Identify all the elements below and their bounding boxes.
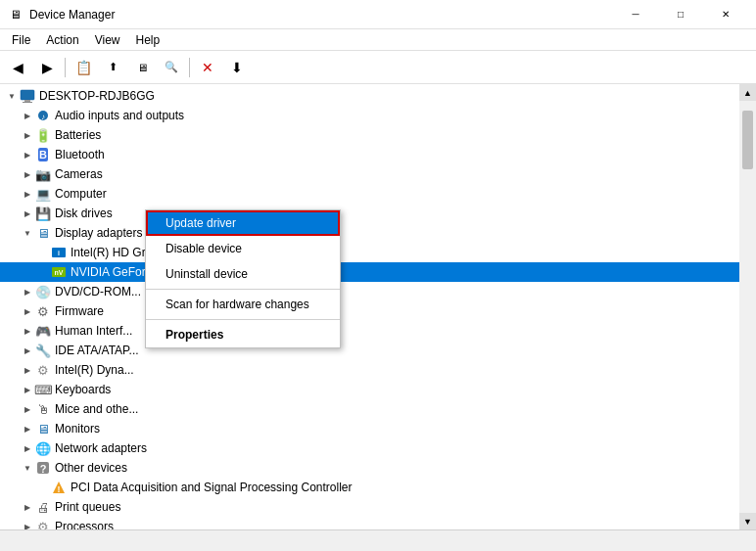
svg-rect-2 <box>23 102 32 103</box>
menu-item-view[interactable]: View <box>87 31 128 49</box>
menu-item-help[interactable]: Help <box>128 31 168 49</box>
tree-icon-batteries: 🔋 <box>35 127 51 143</box>
tree-label-otherdevices: Other devices <box>55 461 127 475</box>
tree-icon-dvd: 💿 <box>35 284 51 299</box>
tree-item-computer[interactable]: ▶💻Computer <box>0 184 739 204</box>
scroll-thumb[interactable] <box>742 111 753 169</box>
tree-item-pci[interactable]: !PCI Data Acquisition and Signal Process… <box>0 478 739 497</box>
close-button[interactable]: ✕ <box>703 0 748 29</box>
ctx-item-update-driver[interactable]: Update driver <box>146 210 340 236</box>
tree-item-firmware[interactable]: ▶⚙Firmware <box>0 301 739 321</box>
scroll-down-button[interactable]: ▼ <box>739 513 756 529</box>
ctx-item-uninstall-device[interactable]: Uninstall device <box>146 261 340 287</box>
svg-text:B: B <box>39 149 47 161</box>
tree-label-printq: Print queues <box>55 500 120 514</box>
tree-expander-cameras[interactable]: ▶ <box>20 166 35 182</box>
scroll-up-button[interactable]: ▲ <box>739 84 756 101</box>
tree-item-keyboards[interactable]: ▶⌨Keyboards <box>0 380 739 399</box>
tree-icon-computer: 💻 <box>35 186 51 202</box>
toolbar-separator-2 <box>189 58 190 77</box>
tree-icon-ide: 🔧 <box>35 343 51 358</box>
scan-button[interactable]: 🔍 <box>158 54 185 81</box>
tree-expander-network[interactable]: ▶ <box>20 440 35 456</box>
device-tree[interactable]: ▼DESKTOP-RDJB6GG▶♪Audio inputs and outpu… <box>0 84 739 529</box>
menu-bar: FileActionViewHelp <box>0 29 756 51</box>
tree-expander-pci <box>35 480 51 495</box>
tree-label-display: Display adapters <box>55 226 142 240</box>
uninstall-button[interactable]: ✕ <box>194 54 221 81</box>
svg-text:!: ! <box>58 484 61 494</box>
properties-button[interactable]: 📋 <box>70 54 97 81</box>
tree-expander-computer[interactable]: ▶ <box>20 186 35 202</box>
tree-item-display[interactable]: ▼🖥Display adapters <box>0 223 739 243</box>
tree-expander-inteldyn[interactable]: ▶ <box>20 362 35 378</box>
tree-expander-audio[interactable]: ▶ <box>20 108 35 123</box>
tree-item-monitors[interactable]: ▶🖥Monitors <box>0 419 739 438</box>
tree-item-dvd[interactable]: ▶💿DVD/CD-ROM... <box>0 282 739 301</box>
tree-icon-desktop <box>20 88 35 104</box>
tree-item-miceother[interactable]: ▶🖱Mice and othe... <box>0 399 739 419</box>
tree-item-printq[interactable]: ▶🖨Print queues <box>0 497 739 517</box>
tree-icon-printq: 🖨 <box>35 499 51 515</box>
tree-label-keyboards: Keyboards <box>55 383 111 396</box>
context-menu: Update driverDisable deviceUninstall dev… <box>145 209 341 348</box>
scrollbar[interactable]: ▲ ▼ <box>739 84 756 529</box>
tree-expander-ide[interactable]: ▶ <box>20 343 35 358</box>
ctx-separator-3 <box>146 289 340 290</box>
back-button[interactable]: ◀ <box>4 54 31 81</box>
menu-item-action[interactable]: Action <box>38 31 86 49</box>
tree-expander-miceother[interactable]: ▶ <box>20 401 35 417</box>
ctx-separator-5 <box>146 319 340 320</box>
add-device-button[interactable]: ⬇ <box>223 54 251 81</box>
device-icon-button[interactable]: 🖥 <box>128 54 156 81</box>
maximize-button[interactable]: □ <box>658 0 703 29</box>
tree-expander-monitors[interactable]: ▶ <box>20 421 35 436</box>
tree-label-processors: Processors <box>55 520 114 529</box>
tree-expander-desktop[interactable]: ▼ <box>4 88 20 104</box>
ctx-item-properties[interactable]: Properties <box>146 322 340 347</box>
svg-text:?: ? <box>40 463 47 475</box>
tree-icon-miceother: 🖱 <box>35 401 51 417</box>
tree-expander-otherdevices[interactable]: ▼ <box>20 460 35 476</box>
tree-expander-humaninterf[interactable]: ▶ <box>20 323 35 339</box>
tree-item-otherdevices[interactable]: ▼?Other devices <box>0 458 739 478</box>
forward-button[interactable]: ▶ <box>33 54 61 81</box>
tree-item-desktop[interactable]: ▼DESKTOP-RDJB6GG <box>0 86 739 106</box>
tree-item-diskdrives[interactable]: ▶💾Disk drives <box>0 204 739 223</box>
tree-item-batteries[interactable]: ▶🔋Batteries <box>0 125 739 145</box>
tree-icon-inteldyn: ⚙ <box>35 362 51 378</box>
tree-item-processors[interactable]: ▶⚙Processors <box>0 517 739 529</box>
tree-label-computer: Computer <box>55 187 107 201</box>
tree-item-humaninterf[interactable]: ▶🎮Human Interf... <box>0 321 739 341</box>
ctx-item-disable-device[interactable]: Disable device <box>146 236 340 261</box>
tree-expander-display[interactable]: ▼ <box>20 225 35 241</box>
tree-item-cameras[interactable]: ▶📷Cameras <box>0 164 739 184</box>
update-driver-button[interactable]: ⬆ <box>99 54 126 81</box>
tree-item-ide[interactable]: ▶🔧IDE ATA/ATAP... <box>0 341 739 360</box>
tree-item-inteldyn[interactable]: ▶⚙Intel(R) Dyna... <box>0 360 739 380</box>
tree-icon-audio: ♪ <box>35 108 51 123</box>
tree-expander-diskdrives[interactable]: ▶ <box>20 206 35 221</box>
ctx-item-scan-for-hardware-changes[interactable]: Scan for hardware changes <box>146 292 340 317</box>
tree-expander-printq[interactable]: ▶ <box>20 499 35 515</box>
tree-item-nvidia[interactable]: nVNVIDIA GeForce 940M <box>0 262 739 282</box>
tree-item-audio[interactable]: ▶♪Audio inputs and outputs <box>0 106 739 125</box>
toolbar-separator-1 <box>65 58 66 77</box>
tree-item-bluetooth[interactable]: ▶BBluetooth <box>0 145 739 164</box>
tree-expander-processors[interactable]: ▶ <box>20 519 35 529</box>
tree-label-bluetooth: Bluetooth <box>55 148 105 161</box>
toolbar: ◀ ▶ 📋 ⬆ 🖥 🔍 ✕ ⬇ <box>0 51 756 84</box>
tree-expander-dvd[interactable]: ▶ <box>20 284 35 299</box>
tree-expander-firmware[interactable]: ▶ <box>20 303 35 319</box>
tree-label-firmware: Firmware <box>55 304 104 318</box>
tree-label-dvd: DVD/CD-ROM... <box>55 285 141 298</box>
scroll-track[interactable] <box>739 101 756 513</box>
svg-text:nV: nV <box>55 269 64 276</box>
tree-item-intel-hd[interactable]: iIntel(R) HD Graphics 520 <box>0 243 739 262</box>
menu-item-file[interactable]: File <box>4 31 38 49</box>
tree-label-miceother: Mice and othe... <box>55 402 138 416</box>
tree-expander-bluetooth[interactable]: ▶ <box>20 147 35 162</box>
tree-expander-batteries[interactable]: ▶ <box>20 127 35 143</box>
tree-item-network[interactable]: ▶🌐Network adapters <box>0 438 739 458</box>
minimize-button[interactable]: ─ <box>613 0 658 29</box>
